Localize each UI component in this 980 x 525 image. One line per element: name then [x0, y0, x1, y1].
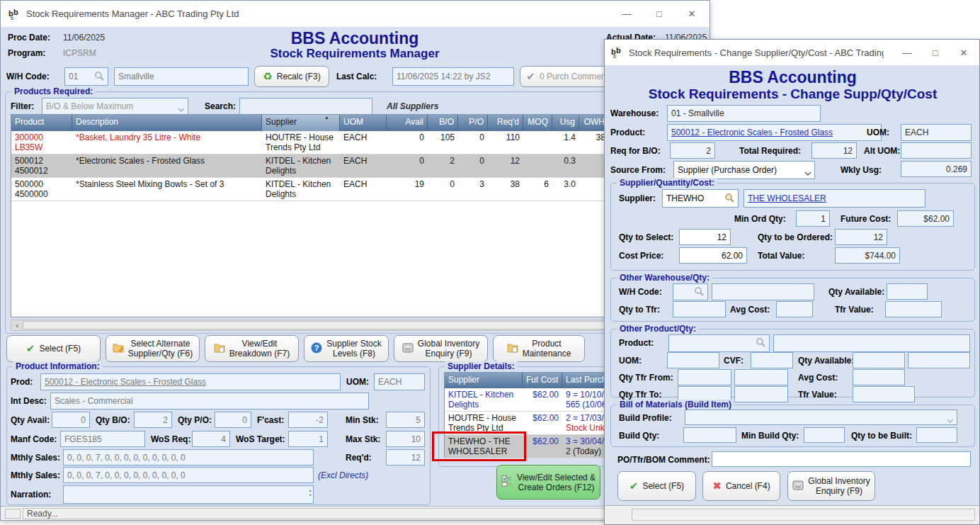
enquiry-icon — [792, 480, 804, 492]
search-label: Search: — [205, 101, 236, 111]
source-from-label: Source From: — [610, 165, 666, 175]
wh-code-field: 01 — [64, 67, 108, 86]
cell-uom: EACH — [340, 131, 387, 144]
supplier-lookup-icon[interactable] — [724, 193, 734, 205]
future-cost-field: $62.00 — [897, 210, 954, 227]
maximize-button[interactable]: □ — [921, 40, 950, 65]
all-suppliers-note: All Suppliers — [387, 101, 438, 111]
col-header-moq[interactable]: MOQ — [523, 115, 552, 131]
recalc-button[interactable]: ♻ Recalc (F3) — [254, 66, 329, 87]
future-cost-label: Future Cost: — [841, 214, 891, 224]
chevron-down-icon — [947, 415, 954, 425]
wh-lookup-icon[interactable] — [694, 286, 704, 298]
col-header-supplier[interactable]: Supplier — [445, 373, 523, 388]
product-maintenance-button[interactable]: Product Maintenance — [493, 335, 585, 362]
cell-po: 3 — [458, 178, 488, 191]
minimize-button[interactable]: — — [610, 1, 643, 27]
manf-code-label: Manf Code: — [11, 434, 57, 444]
po-comment-label: PO/Tfr/BOM Comment: — [617, 455, 710, 465]
change-supplier-dialog: bbs Stock Requirements - Change Supplier… — [604, 39, 980, 525]
svg-text:b: b — [616, 46, 621, 55]
cancel-button[interactable]: ✖ Cancel (F4) — [702, 471, 780, 501]
col-header-po[interactable]: P/O — [458, 115, 488, 131]
minimize-button[interactable]: — — [893, 40, 921, 65]
qty-to-tfr-field — [673, 301, 726, 317]
table-row[interactable]: 300000 LB35W *Basket, Laundry 35 Litre -… — [11, 131, 700, 154]
cost-price-input[interactable] — [679, 247, 747, 264]
wos-req-field: 4 — [192, 431, 230, 447]
cell-description: *Stainless Steel Mixing Bowls - Set of 3 — [72, 178, 262, 191]
tfr-value-label: Tfr Value: — [798, 390, 837, 400]
min-stk-label: Min Stk: — [346, 415, 379, 425]
col-header-supplier[interactable]: Supplier▲ — [262, 115, 340, 131]
view-edit-breakdown-button[interactable]: View/Edit Breakdown (F7) — [205, 335, 299, 362]
col-header-bo[interactable]: B/O — [428, 115, 458, 131]
qty-to-select-input[interactable] — [679, 229, 731, 245]
proc-date-value: 11/06/2025 — [63, 33, 105, 43]
create-orders-button[interactable]: View/Edit Selected & Create Orders (F12) — [496, 465, 600, 499]
global-inventory-enquiry-button[interactable]: Global Inventory Enquiry (F9) — [394, 335, 488, 362]
product-link-field[interactable]: 500012 - Electronic Scales - Frosted Gla… — [667, 124, 882, 141]
supplier-code-field[interactable]: THEWHO — [662, 189, 739, 208]
source-from-dropdown[interactable]: Supplier (Purchase Order) — [673, 161, 815, 179]
dialog-screen-title: Stock Requirements - Change Supp/Qty/Cos… — [605, 86, 980, 102]
build-qty-label: Build Qty: — [619, 431, 659, 441]
avg-cost-label: Avg Cost: — [798, 373, 838, 383]
search-input[interactable] — [239, 98, 372, 115]
wos-target-field: 1 — [288, 431, 328, 447]
filter-dropdown[interactable]: B/O & Below Maximum — [42, 98, 188, 115]
check-icon: ✔ — [526, 70, 535, 83]
close-button[interactable]: ✕ — [950, 40, 978, 65]
qty-to-be-ordered-label: Qty to be Ordered: — [758, 232, 833, 242]
select-button[interactable]: ✔ Select (F5) — [6, 335, 101, 362]
scrollbar-thumb[interactable] — [23, 321, 688, 329]
close-button[interactable]: ✕ — [676, 1, 708, 27]
select-button[interactable]: ✔ Select (F5) — [617, 471, 696, 501]
supplier-stock-levels-button[interactable]: ? Supplier Stock Levels (F8) — [304, 335, 389, 362]
spinner-icons[interactable]: ▴▾ — [309, 487, 312, 497]
narration-field[interactable]: ▴▾ — [63, 485, 314, 504]
cell-supplier: KITDEL - Kitchen Delights — [262, 154, 340, 177]
col-header-usg[interactable]: Usg — [552, 115, 579, 131]
col-header-uom[interactable]: UOM — [340, 115, 387, 131]
select-alternate-supplier-button[interactable]: Select Alternate Supplier/Qty (F6) — [106, 335, 200, 362]
global-inventory-enquiry-button[interactable]: Global Inventory Enquiry (F9) — [787, 471, 875, 501]
horizontal-scrollbar[interactable]: ‹ — [11, 320, 701, 331]
uom-field: EACH — [374, 373, 425, 390]
wh-name-field: Smallville — [114, 67, 249, 86]
cell-po: 0 — [458, 154, 488, 167]
cell-fut-cost: $62.00 — [523, 412, 562, 424]
product-lookup-icon[interactable] — [756, 337, 765, 349]
wos-target-label: WoS Target: — [236, 434, 285, 444]
col-header-product[interactable]: Product — [11, 115, 72, 131]
avg-cost-field — [853, 369, 905, 385]
wh-name-field — [712, 283, 814, 300]
table-row-selected[interactable]: 500012 4500012 *Electronic Scales - Fros… — [11, 154, 700, 178]
cell-fut-cost: $62.00 — [523, 388, 562, 401]
maximize-button[interactable]: □ — [643, 1, 676, 27]
dialog-titlebar: bbs Stock Requirements - Change Supplier… — [605, 40, 979, 65]
check-icon: ✔ — [26, 342, 35, 355]
cell-moq: 6 — [523, 178, 552, 191]
qty-avail-label: Qty Avail: — [11, 415, 50, 425]
products-table: Product Description Supplier▲ UOM Avail … — [11, 114, 701, 317]
po-comment-input[interactable] — [712, 451, 971, 467]
total-required-field: 12 — [811, 142, 857, 159]
app-logo-icon: bbs — [8, 8, 21, 21]
col-header-fut-cost[interactable]: Fut Cost — [523, 373, 562, 388]
qty-available-field — [853, 352, 905, 368]
col-header-avail[interactable]: Avail — [387, 115, 428, 131]
col-header-reqd[interactable]: Req'd — [488, 115, 523, 131]
supplier-name-field[interactable]: THE WHOLESALER — [743, 189, 925, 208]
dialog-app-title: BBS Accounting — [605, 68, 980, 87]
scroll-left-arrow[interactable]: ‹ — [11, 320, 23, 330]
wh-code-lookup-field — [673, 283, 708, 300]
col-header-description[interactable]: Description — [72, 115, 262, 131]
build-profile-dropdown — [685, 410, 957, 425]
wh-lookup-icon[interactable] — [94, 71, 104, 83]
qty-po-label: Qty P/O: — [178, 415, 212, 425]
prod-link-field[interactable]: 500012 - Electronic Scales - Frosted Gla… — [40, 373, 341, 390]
svg-text:s: s — [613, 53, 616, 59]
cell-bo: 2 — [428, 154, 458, 167]
table-row[interactable]: 500000 4500000 *Stainless Steel Mixing B… — [11, 178, 700, 201]
